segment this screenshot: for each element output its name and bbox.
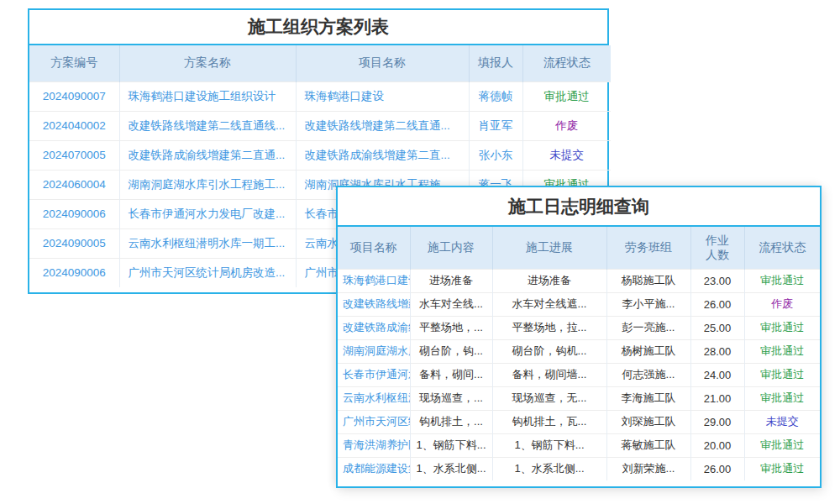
cell-reporter[interactable]: 蒋德帧 <box>469 81 522 111</box>
cell-project[interactable]: 改建铁路线增建第二线直通线 <box>338 292 410 316</box>
cell-workers: 29.00 <box>690 410 744 433</box>
cell-team: 李小平施... <box>606 292 690 316</box>
log-query-header-row: 项目名称施工内容施工进展劳务班组作业人数流程状态 <box>338 227 820 269</box>
table-row: 改建铁路成渝线增建第二直通线平整场地，...平整场地，拉...彭一亮施...25… <box>338 316 820 339</box>
cell-project[interactable]: 云南水利枢纽潜明水库一期 <box>338 386 410 410</box>
cell-progress: 平整场地，拉... <box>492 316 606 339</box>
cell-team: 何志强施... <box>606 363 690 386</box>
cell-team: 杨树施工队 <box>606 339 690 363</box>
cell-project[interactable]: 广州市天河区统计局机房 <box>338 410 410 433</box>
cell-team: 李海施工队 <box>606 386 690 410</box>
table-row: 珠海鹤港口建设进场准备进场准备杨聪施工队23.00审批通过 <box>338 269 820 292</box>
cell-status: 审批通过 <box>744 269 820 292</box>
cell-plan[interactable]: 珠海鹤港口建设施工组织设计 <box>119 81 296 111</box>
column-header-status: 流程状态 <box>744 227 820 269</box>
cell-status: 未提交 <box>744 410 820 433</box>
cell-progress: 现场巡查，无... <box>492 386 606 410</box>
plan-list-header-row: 方案编号方案名称项目名称填报人流程状态 <box>29 45 611 81</box>
cell-status: 审批通过 <box>744 316 820 339</box>
cell-project[interactable]: 改建铁路成渝线增建第二直... <box>296 140 469 170</box>
table-row: 2024090007珠海鹤港口建设施工组织设计珠海鹤港口建设蒋德帧审批通过 <box>29 81 611 111</box>
cell-plan[interactable]: 云南水利枢纽潜明水库一期工... <box>119 228 296 258</box>
cell-project[interactable]: 青海洪湖养护院项目 <box>338 433 410 457</box>
cell-content: 砌台阶，钩... <box>410 339 492 363</box>
column-header-content: 施工内容 <box>410 227 492 269</box>
cell-status: 审批通过 <box>744 433 820 457</box>
table-row: 青海洪湖养护院项目1、钢筋下料...1、钢筋下料...蒋敏施工队20.00审批通… <box>338 433 820 457</box>
cell-project[interactable]: 成都能源建设集团项目 <box>338 457 410 480</box>
table-row: 2024070005改建铁路成渝线增建第二直通...改建铁路成渝线增建第二直..… <box>29 140 611 170</box>
column-header-project: 项目名称 <box>338 227 410 269</box>
cell-progress: 钩机排土，瓦... <box>492 410 606 433</box>
cell-content: 备料，砌间... <box>410 363 492 386</box>
cell-id[interactable]: 2024090006 <box>29 258 119 287</box>
cell-status: 审批通过 <box>744 339 820 363</box>
cell-project[interactable]: 珠海鹤港口建设 <box>296 81 469 111</box>
cell-content: 钩机排土，... <box>410 410 492 433</box>
cell-plan[interactable]: 改建铁路成渝线增建第二直通... <box>119 140 296 170</box>
cell-project[interactable]: 改建铁路线增建第二线直通... <box>296 111 469 140</box>
cell-workers: 21.00 <box>690 386 744 410</box>
cell-progress: 水车对全线遮... <box>492 292 606 316</box>
table-row: 2024040002改建铁路线增建第二线直通线...改建铁路线增建第二线直通..… <box>29 111 611 140</box>
column-header-progress: 施工进展 <box>492 227 606 269</box>
plan-list-title: 施工组织方案列表 <box>29 10 607 45</box>
cell-status: 审批通过 <box>744 363 820 386</box>
log-query-panel: 施工日志明细查询 项目名称施工内容施工进展劳务班组作业人数流程状态 珠海鹤港口建… <box>336 186 822 488</box>
cell-id[interactable]: 2024040002 <box>29 111 119 140</box>
cell-progress: 砌台阶，钩机... <box>492 339 606 363</box>
cell-workers: 20.00 <box>690 433 744 457</box>
cell-id[interactable]: 2024060004 <box>29 170 119 199</box>
cell-content: 1、水系北侧... <box>410 457 492 480</box>
cell-project[interactable]: 湖南洞庭湖水库引水工程 <box>338 339 410 363</box>
cell-progress: 备料，砌间墙... <box>492 363 606 386</box>
cell-workers: 28.00 <box>690 339 744 363</box>
cell-id[interactable]: 2024090007 <box>29 81 119 111</box>
cell-status: 未提交 <box>522 140 611 170</box>
table-row: 云南水利枢纽潜明水库一期现场巡查，...现场巡查，无...李海施工队21.00审… <box>338 386 820 410</box>
cell-workers: 23.00 <box>690 269 744 292</box>
cell-content: 进场准备 <box>410 269 492 292</box>
table-row: 改建铁路线增建第二线直通线水车对全线...水车对全线遮...李小平施...26.… <box>338 292 820 316</box>
cell-status: 审批通过 <box>744 457 820 480</box>
cell-reporter[interactable]: 张小东 <box>469 140 522 170</box>
cell-content: 平整场地，... <box>410 316 492 339</box>
column-header-workers: 作业人数 <box>690 227 744 269</box>
column-header-plan: 方案名称 <box>119 45 296 81</box>
cell-content: 1、钢筋下料... <box>410 433 492 457</box>
cell-status: 审批通过 <box>522 81 611 111</box>
table-row: 广州市天河区统计局机房钩机排土，...钩机排土，瓦...刘琛施工队29.00未提… <box>338 410 820 433</box>
table-row: 长春市伊通河水力发电厂备料，砌间...备料，砌间墙...何志强施...24.00… <box>338 363 820 386</box>
cell-plan[interactable]: 改建铁路线增建第二线直通线... <box>119 111 296 140</box>
cell-content: 水车对全线... <box>410 292 492 316</box>
page: 施工组织方案列表 方案编号方案名称项目名称填报人流程状态 2024090007珠… <box>0 0 840 504</box>
log-query-table: 项目名称施工内容施工进展劳务班组作业人数流程状态 珠海鹤港口建设进场准备进场准备… <box>338 227 820 480</box>
cell-status: 审批通过 <box>744 386 820 410</box>
cell-project[interactable]: 珠海鹤港口建设 <box>338 269 410 292</box>
cell-progress: 进场准备 <box>492 269 606 292</box>
cell-plan[interactable]: 湖南洞庭湖水库引水工程施工... <box>119 170 296 199</box>
column-header-project: 项目名称 <box>296 45 469 81</box>
cell-id[interactable]: 2024090005 <box>29 228 119 258</box>
cell-reporter[interactable]: 肖亚军 <box>469 111 522 140</box>
cell-workers: 26.00 <box>690 292 744 316</box>
cell-workers: 25.00 <box>690 316 744 339</box>
cell-id[interactable]: 2024090006 <box>29 199 119 228</box>
cell-progress: 1、水系北侧... <box>492 457 606 480</box>
cell-project[interactable]: 改建铁路成渝线增建第二直通线 <box>338 316 410 339</box>
column-header-team: 劳务班组 <box>606 227 690 269</box>
cell-status: 作废 <box>744 292 820 316</box>
cell-team: 刘新荣施... <box>606 457 690 480</box>
cell-plan[interactable]: 长春市伊通河水力发电厂改建... <box>119 199 296 228</box>
cell-team: 彭一亮施... <box>606 316 690 339</box>
cell-workers: 24.00 <box>690 363 744 386</box>
table-row: 成都能源建设集团项目1、水系北侧...1、水系北侧...刘新荣施...26.00… <box>338 457 820 480</box>
cell-workers: 26.00 <box>690 457 744 480</box>
cell-id[interactable]: 2024070005 <box>29 140 119 170</box>
table-row: 湖南洞庭湖水库引水工程砌台阶，钩...砌台阶，钩机...杨树施工队28.00审批… <box>338 339 820 363</box>
cell-project[interactable]: 长春市伊通河水力发电厂 <box>338 363 410 386</box>
cell-team: 蒋敏施工队 <box>606 433 690 457</box>
cell-progress: 1、钢筋下料... <box>492 433 606 457</box>
cell-plan[interactable]: 广州市天河区统计局机房改造... <box>119 258 296 287</box>
cell-status: 作废 <box>522 111 611 140</box>
